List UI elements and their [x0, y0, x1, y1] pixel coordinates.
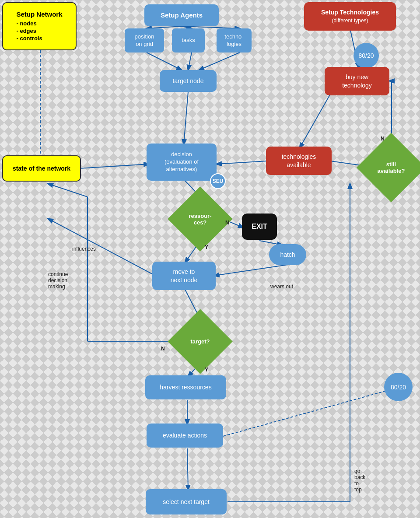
svg-line-6: [199, 52, 240, 70]
evaluate-actions-box: evaluate actions: [147, 424, 223, 448]
svg-line-5: [188, 52, 192, 70]
select-next-target-box: select next target: [146, 489, 227, 514]
setup-network-box: Setup Network - nodes- edges- controls: [2, 2, 77, 50]
eighty-twenty-bottom-label: 80/20: [391, 384, 406, 391]
harvest-ressources-box: harvest ressources: [145, 375, 226, 399]
ressources-label: ressour-ces?: [189, 213, 211, 226]
svg-line-21: [187, 448, 188, 490]
n-still-label: N: [381, 136, 385, 142]
target-node-box: target node: [160, 70, 217, 92]
y-target-label: Y: [205, 367, 208, 373]
svg-line-7: [184, 92, 188, 144]
setup-technologies-label: Setup Technologies(different types): [321, 8, 379, 24]
setup-network-title: Setup Network: [16, 10, 62, 19]
seu-circle: SEU: [210, 173, 226, 189]
svg-line-13: [214, 265, 288, 276]
select-next-target-label: select next target: [163, 498, 210, 506]
decision-label: decision(evaluation ofalternatives): [164, 151, 199, 173]
buy-technology-box: buy newtechnology: [325, 67, 389, 95]
eighty-twenty-top: 80/20: [354, 43, 379, 68]
continue-decision-label: continuedecisionmaking: [48, 271, 68, 290]
harvest-ressources-label: harvest ressources: [160, 383, 211, 391]
technologies-available-label: technologiesavailable: [282, 153, 316, 168]
state-network-label: state of the network: [13, 164, 70, 172]
n-ressources-label: N: [225, 220, 229, 226]
influences-label: influences: [72, 246, 96, 252]
tasks-label: tasks: [182, 37, 195, 44]
move-next-node-box: move tonext node: [152, 262, 216, 290]
svg-line-8: [79, 164, 149, 168]
svg-line-27: [300, 94, 330, 148]
state-network-box: state of the network: [2, 155, 81, 182]
svg-line-18: [48, 184, 88, 197]
move-next-node-label: move tonext node: [171, 268, 198, 284]
exit-label: EXIT: [252, 222, 267, 231]
svg-line-22: [223, 388, 396, 436]
setup-agents-label: Setup Agents: [161, 11, 203, 20]
setup-agents-box: Setup Agents: [144, 4, 219, 26]
seu-label: SEU: [213, 178, 224, 184]
target-label: target?: [190, 338, 210, 345]
position-on-grid-label: positionon grid: [135, 33, 154, 48]
svg-line-4: [147, 52, 182, 70]
position-on-grid-box: positionon grid: [125, 28, 164, 52]
buy-technology-label: buy newtechnology: [342, 73, 372, 89]
wears-out-label: wears out: [270, 284, 293, 290]
svg-line-9: [217, 161, 267, 164]
setup-network-items: - nodes- edges- controls: [16, 20, 62, 42]
target-diamond: target?: [177, 318, 223, 364]
tasks-box: tasks: [172, 28, 205, 52]
y-ressources-label: Y: [205, 244, 208, 250]
n-target-label: N: [161, 346, 165, 352]
still-available-label: stillavailable?: [378, 161, 405, 174]
decision-box: decision(evaluation ofalternatives): [147, 144, 217, 181]
still-available-diamond: stillavailable?: [367, 143, 416, 192]
technologies-agent-box: techno-logies: [217, 28, 252, 52]
hatch-label: hatch: [280, 251, 295, 259]
technologies-agent-label: techno-logies: [224, 33, 243, 48]
exit-box: EXIT: [242, 214, 277, 240]
eighty-twenty-bottom: 80/20: [384, 373, 413, 401]
go-back-top-label: gobacktotop: [354, 468, 365, 493]
hatch-box: hatch: [269, 244, 306, 265]
evaluate-actions-label: evaluate actions: [163, 431, 207, 439]
setup-technologies-box: Setup Technologies(different types): [304, 2, 396, 31]
technologies-available-box: technologiesavailable: [266, 147, 332, 175]
target-node-label: target node: [173, 77, 204, 85]
ressources-diamond: ressour-ces?: [177, 196, 223, 242]
svg-line-31: [48, 219, 155, 276]
eighty-twenty-top-label: 80/20: [358, 52, 374, 59]
